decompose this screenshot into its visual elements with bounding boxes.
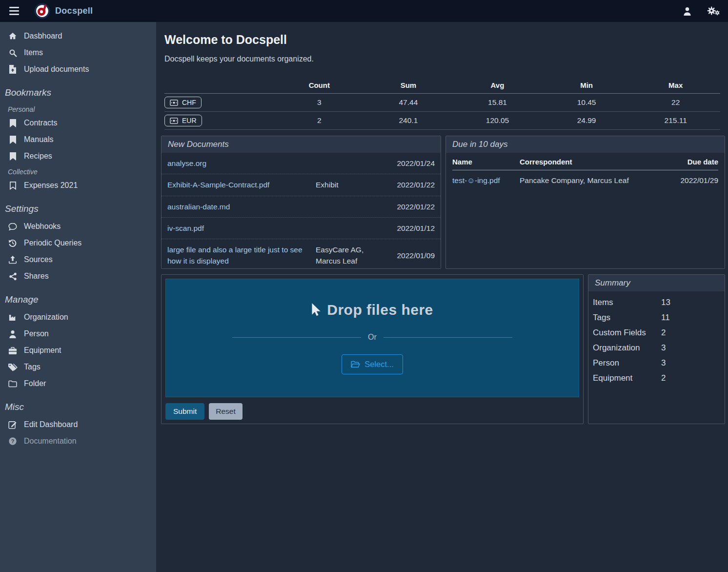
- upload-icon: [8, 255, 18, 264]
- stats-row-chf: CHF 3 47.44 15.81 10.45 22: [164, 94, 720, 112]
- sidebar-item-label: Upload documents: [24, 65, 89, 74]
- document-date: 2022/01/22: [388, 201, 435, 212]
- sidebar-item-label: Shares: [24, 272, 49, 281]
- stat-value: 22: [631, 98, 720, 107]
- sidebar-item-label: Documentation: [24, 437, 77, 446]
- due-col-due-date: Due date: [664, 158, 718, 166]
- sidebar-item-webhooks[interactable]: Webhooks: [0, 218, 156, 235]
- stat-value: 15.81: [453, 98, 542, 107]
- settings-menu-button[interactable]: [707, 6, 720, 16]
- sidebar-item-dashboard[interactable]: Dasbhoard: [0, 28, 156, 44]
- document-row: iv-scan.pdf 2022/01/12: [162, 218, 441, 239]
- stat-value: 47.44: [364, 98, 453, 107]
- due-col-name: Name: [452, 158, 520, 166]
- file-dropzone[interactable]: Drop files here Or Select...: [165, 279, 579, 397]
- sidebar-item-tags[interactable]: Tags: [0, 359, 156, 375]
- document-link[interactable]: australian-date.md: [167, 201, 314, 212]
- summary-row: Person 3: [593, 355, 720, 370]
- app-title: Docspell: [55, 6, 93, 16]
- summary-row: Items 13: [593, 295, 720, 310]
- sidebar-sublabel-personal: Personal: [0, 102, 156, 115]
- hamburger-menu-button[interactable]: [8, 5, 20, 18]
- due-in-10-days-panel: Due in 10 days Name Correspondent Due da…: [445, 136, 725, 269]
- dropzone-title: Drop files here: [311, 302, 433, 318]
- summary-body: Items 13 Tags 11 Custom Fields 2 Organiz…: [588, 291, 725, 389]
- page-subtitle: Docspell keeps your documents organized.: [164, 55, 725, 63]
- sidebar-item-periodic-queries[interactable]: Periodic Queries: [0, 235, 156, 251]
- sidebar-item-label: Edit Dashboard: [24, 420, 78, 429]
- summary-value: 3: [661, 343, 720, 353]
- sidebar-item-items[interactable]: Items: [0, 44, 156, 61]
- document-date: 2022/01/12: [388, 223, 435, 234]
- due-document-link[interactable]: test-☺-ing.pdf: [452, 176, 520, 185]
- document-link[interactable]: iv-scan.pdf: [167, 223, 314, 234]
- sidebar-section-settings: Settings: [0, 194, 156, 218]
- document-link[interactable]: analyse.org: [167, 158, 314, 169]
- stat-value: 3: [275, 98, 364, 107]
- summary-value: 3: [661, 358, 720, 368]
- stat-value: 120.05: [453, 116, 542, 125]
- bookmark-icon: [8, 136, 18, 144]
- new-documents-title: New Documents: [162, 136, 441, 153]
- user-menu-button[interactable]: [683, 7, 691, 16]
- sidebar-item-label: Person: [24, 329, 49, 338]
- reset-button[interactable]: Reset: [209, 403, 243, 420]
- document-date: 2022/01/24: [388, 158, 435, 169]
- sidebar-item-bookmark-contracts[interactable]: Contracts: [0, 115, 156, 131]
- sidebar-item-bookmark-manuals[interactable]: Manuals: [0, 131, 156, 148]
- tags-icon: [8, 363, 18, 371]
- sidebar-item-person[interactable]: Person: [0, 326, 156, 342]
- main-content: Welcome to Docspell Docspell keeps your …: [156, 22, 728, 572]
- document-middle: EasyCare AG, Marcus Leaf: [316, 244, 386, 267]
- document-link[interactable]: large file and also a large title just t…: [167, 244, 314, 267]
- due-correspondent: Pancake Company, Marcus Leaf: [520, 176, 664, 185]
- sidebar-item-label: Periodic Queries: [24, 239, 81, 247]
- due-panel-title: Due in 10 days: [446, 136, 725, 153]
- sidebar-item-sources[interactable]: Sources: [0, 251, 156, 268]
- sidebar-item-label: Contracts: [24, 119, 57, 127]
- sidebar-item-label: Items: [24, 48, 43, 57]
- briefcase-icon: [8, 347, 18, 355]
- sidebar-item-label: Expenses 2021: [24, 181, 78, 190]
- document-row: analyse.org 2022/01/24: [162, 153, 441, 174]
- submit-button[interactable]: Submit: [165, 403, 204, 420]
- sidebar-item-organization[interactable]: Organization: [0, 309, 156, 326]
- or-label: Or: [368, 333, 377, 342]
- dropzone-label: Drop files here: [327, 302, 433, 318]
- home-icon: [8, 32, 18, 41]
- sidebar-item-bookmark-expenses-2021[interactable]: Expenses 2021: [0, 177, 156, 194]
- sidebar-item-shares[interactable]: Shares: [0, 268, 156, 285]
- document-link[interactable]: Exhibit-A-Sample-Contract.pdf: [167, 179, 314, 190]
- sidebar-item-folder[interactable]: Folder: [0, 375, 156, 392]
- document-date: 2022/01/09: [388, 250, 435, 261]
- stat-value: 2: [275, 116, 364, 125]
- stats-col-count: Count: [275, 81, 364, 89]
- sidebar-item-label: Organization: [24, 313, 68, 322]
- edit-icon: [8, 420, 18, 429]
- money-bill-icon: [170, 100, 178, 106]
- sidebar-item-documentation[interactable]: ? Documentation: [0, 433, 156, 449]
- stat-value: 240.1: [364, 116, 453, 125]
- select-files-button[interactable]: Select...: [342, 354, 403, 374]
- due-col-correspondent: Correspondent: [520, 158, 664, 166]
- bookmark-icon: [8, 152, 18, 161]
- sidebar-item-edit-dashboard[interactable]: Edit Dashboard: [0, 416, 156, 433]
- sidebar-item-label: Dasbhoard: [24, 32, 62, 41]
- document-date: 2022/01/22: [388, 179, 435, 190]
- select-button-label: Select...: [364, 360, 394, 369]
- upload-panel: Drop files here Or Select... Submit Rese…: [161, 274, 584, 424]
- sidebar-item-label: Webhooks: [24, 222, 61, 231]
- sidebar-item-equipment[interactable]: Equipment: [0, 342, 156, 359]
- folder-icon: [8, 380, 18, 388]
- due-row: test-☺-ing.pdf Pancake Company, Marcus L…: [452, 170, 718, 191]
- sidebar-item-label: Equipment: [24, 346, 61, 355]
- new-documents-panel: New Documents analyse.org 2022/01/24 Exh…: [161, 136, 441, 269]
- sidebar-section-bookmarks: Bookmarks: [0, 78, 156, 102]
- sidebar-item-upload-documents[interactable]: Upload documents: [0, 61, 156, 78]
- sidebar-sublabel-collective: Collective: [0, 164, 156, 177]
- sidebar-item-bookmark-recipes[interactable]: Recipes: [0, 148, 156, 164]
- or-divider: Or: [232, 333, 512, 342]
- bookmark-outline-icon: [8, 182, 18, 190]
- svg-text:?: ?: [11, 438, 15, 444]
- summary-row: Custom Fields 2: [593, 325, 720, 340]
